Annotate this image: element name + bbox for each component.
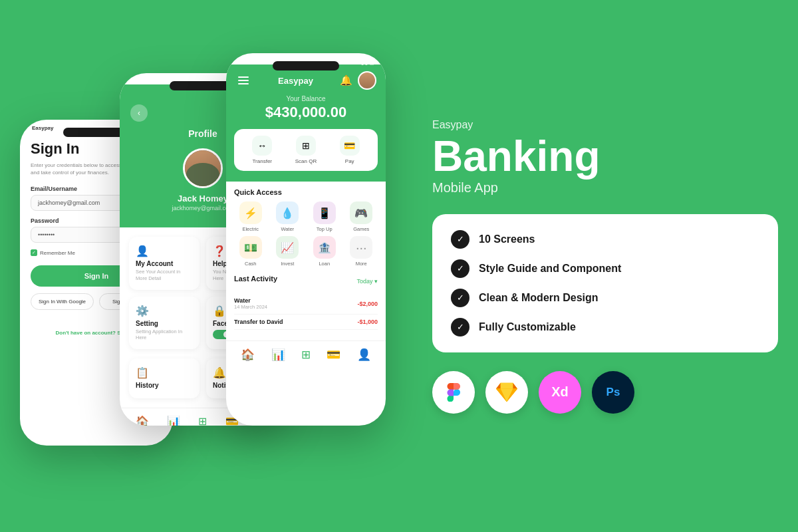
history-icon: 📋 <box>136 366 193 379</box>
dashboard-header: Easypay 🔔 Your Balance $430,000.00 ↔ Tra… <box>226 65 386 182</box>
loan-icon: 🏦 <box>313 236 336 259</box>
dashboard-body: Quick Access ⚡ Electric 💧 Water 📱 Top Up <box>226 182 386 336</box>
check-icon-styleguide: ✓ <box>451 259 469 278</box>
dash-battery: ▓ <box>370 59 374 65</box>
games-icon: 🎮 <box>350 201 372 224</box>
setting-icon: ⚙️ <box>136 305 193 317</box>
quick-electric[interactable]: ⚡ Electric <box>234 201 267 232</box>
remember-me-option[interactable]: Remember Me <box>31 249 75 256</box>
dash-topbar: Easypay 🔔 <box>235 71 376 90</box>
topup-label: Top Up <box>317 226 332 232</box>
status-time: Easypay <box>32 125 53 131</box>
quick-more[interactable]: ··· More <box>345 236 378 267</box>
scan-qr-action[interactable]: ⊞ Scan QR <box>295 136 317 164</box>
activity-transfer: Transfer to David -$1,000 <box>234 315 378 330</box>
phones-area: Easypay ▐▐ ▓ Sign In Enter your credenti… <box>20 33 392 499</box>
dash-nav-card[interactable]: 💳 <box>327 348 340 362</box>
games-label: Games <box>353 226 369 232</box>
hamburger-menu[interactable] <box>235 74 251 87</box>
dash-signal: ▐▐ <box>360 59 367 65</box>
electric-icon: ⚡ <box>239 201 262 224</box>
dash-time: 9:41 AM <box>238 59 258 65</box>
menu-card-setting[interactable]: ⚙️ Setting Setting Application In Here <box>129 297 200 350</box>
dash-user-avatar[interactable] <box>358 71 376 90</box>
dash-nav-chart[interactable]: 📊 <box>271 348 285 362</box>
right-panel: Easypay Banking Mobile App ✓ 10 Screens … <box>419 106 778 427</box>
feature-styleguide-text: Style Guide and Component <box>479 263 621 275</box>
check-icon-customizable: ✓ <box>451 318 469 336</box>
avatar-face <box>185 150 221 186</box>
features-card: ✓ 10 Screens ✓ Style Guide and Component… <box>432 214 778 352</box>
xd-badge: Xd <box>539 371 581 414</box>
app-category: Mobile App <box>432 180 778 196</box>
pay-icon: 💳 <box>340 136 360 156</box>
dashboard-notch <box>273 61 339 70</box>
activity-period[interactable]: Today ▾ <box>356 278 378 285</box>
account-title: My Account <box>136 260 193 267</box>
feature-styleguide: ✓ Style Guide and Component <box>451 259 759 278</box>
activity-water-date: 14 March 2024 <box>234 304 267 310</box>
account-icon: 👤 <box>136 245 193 257</box>
nav-home[interactable]: 🏠 <box>136 415 149 426</box>
brand-label: Easypay <box>432 119 778 131</box>
dash-status-icons: ▐▐ ▓ <box>360 59 374 65</box>
quick-actions-bar: ↔ Transfer ⊞ Scan QR 💳 Pay <box>234 129 378 171</box>
profile-screen-title: Profile <box>188 128 217 139</box>
transfer-label: Transfer <box>253 158 273 164</box>
transfer-icon: ↔ <box>252 136 272 156</box>
quick-games[interactable]: 🎮 Games <box>345 201 378 232</box>
water-label: Water <box>281 226 294 232</box>
quick-access-title: Quick Access <box>234 188 378 196</box>
feature-design-text: Clean & Modern Design <box>479 292 598 304</box>
user-avatar <box>183 148 223 188</box>
balance-amount: $430,000.00 <box>235 104 376 121</box>
quick-access-grid: ⚡ Electric 💧 Water 📱 Top Up 🎮 Games <box>234 201 378 267</box>
dashboard-phone: 9:41 AM ▐▐ ▓ Easypay 🔔 <box>226 53 386 426</box>
cash-label: Cash <box>245 261 257 267</box>
water-icon: 💧 <box>276 201 299 224</box>
profile-back-button[interactable]: ‹ <box>130 104 148 122</box>
quick-cash[interactable]: 💵 Cash <box>234 236 267 267</box>
dash-header-icons: 🔔 <box>340 71 376 90</box>
sketch-badge <box>485 371 528 414</box>
ham-line-2 <box>238 80 249 81</box>
scan-qr-icon: ⊞ <box>296 136 316 156</box>
activity-header: Last Activity Today ▾ <box>234 275 378 288</box>
ham-line-1 <box>238 76 249 78</box>
dash-nav-qr[interactable]: ⊞ <box>301 348 311 362</box>
activity-title: Last Activity <box>234 275 277 283</box>
pay-label: Pay <box>345 158 354 164</box>
app-brand-name: Easypay <box>278 76 313 86</box>
feature-screens: ✓ 10 Screens <box>451 230 759 249</box>
quick-loan[interactable]: 🏦 Loan <box>308 236 341 267</box>
activity-water: Water 14 March 2024 -$2,000 <box>234 293 378 315</box>
dash-nav-user[interactable]: 👤 <box>357 348 371 362</box>
notification-bell-icon[interactable]: 🔔 <box>340 74 352 86</box>
dash-nav-home[interactable]: 🏠 <box>241 348 255 362</box>
nav-qr[interactable]: ⊞ <box>198 415 207 426</box>
tools-row: Xd Ps <box>432 371 778 414</box>
balance-label: Your Balance <box>235 95 376 102</box>
quick-water[interactable]: 💧 Water <box>271 201 305 232</box>
pay-action[interactable]: 💳 Pay <box>340 136 360 164</box>
menu-card-account[interactable]: 👤 My Account See Your Account in More De… <box>129 237 200 290</box>
check-icon-screens: ✓ <box>451 230 469 249</box>
signup-prompt: Don't have on account? <box>56 330 116 336</box>
remember-checkbox[interactable] <box>31 249 37 256</box>
profile-time: 9:41 AM <box>132 78 152 84</box>
quick-invest[interactable]: 📈 Invest <box>271 236 305 267</box>
invest-icon: 📈 <box>276 236 299 259</box>
scan-qr-label: Scan QR <box>295 158 317 164</box>
feature-customizable-text: Fully Customizable <box>479 321 576 333</box>
quick-topup[interactable]: 📱 Top Up <box>308 201 341 232</box>
feature-design: ✓ Clean & Modern Design <box>451 289 759 307</box>
google-signin-button[interactable]: Sign In With Google <box>31 293 94 310</box>
transfer-action[interactable]: ↔ Transfer <box>252 136 272 164</box>
history-title: History <box>136 382 193 389</box>
menu-card-history[interactable]: 📋 History <box>129 358 200 398</box>
more-label: More <box>356 261 367 267</box>
activity-water-amount: -$2,000 <box>357 301 378 307</box>
profile-user-name: Jack Homey <box>178 194 228 203</box>
account-sub: See Your Account in More Detail <box>136 269 193 282</box>
nav-chart[interactable]: 📊 <box>167 415 180 426</box>
